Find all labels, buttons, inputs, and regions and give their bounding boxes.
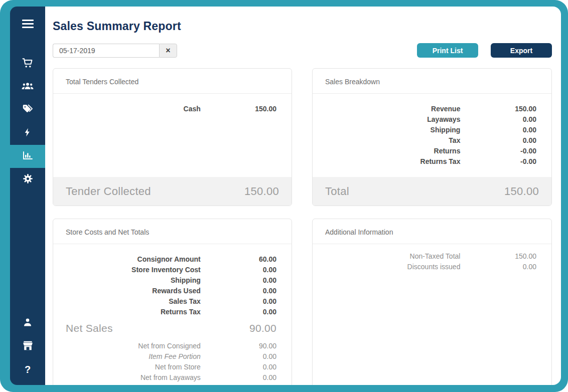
footer-value: 150.00: [244, 185, 279, 198]
person-icon: [22, 316, 34, 330]
net-sales-label: Net Sales: [66, 322, 113, 334]
card-title: Store Costs and Net Totals: [53, 219, 292, 244]
menu-icon: [22, 20, 34, 28]
card-body: Revenue 150.00 Layaways 0.00 Shipping 0.…: [313, 94, 551, 177]
clear-date-button[interactable]: ×: [159, 44, 177, 58]
table-row: Consignor Amount 60.00: [66, 254, 276, 265]
users-icon: [21, 80, 34, 95]
card-title: Sales Breakdown: [313, 69, 551, 94]
table-row: Net from Layaways 0.00: [66, 372, 276, 383]
table-row: Layaways 0.00: [325, 114, 536, 125]
card-store-costs: Store Costs and Net Totals Consignor Amo…: [53, 219, 292, 385]
question-icon: ?: [25, 364, 31, 375]
sidebar-item-sales[interactable]: [10, 53, 45, 76]
footer-label: Tender Collected: [66, 185, 151, 198]
table-row: Tax 0.00: [325, 135, 536, 146]
table-row: Returns Tax -0.00: [325, 156, 536, 167]
table-row: Cash 150.00: [66, 104, 276, 114]
chart-icon: [22, 149, 34, 163]
page-title: Sales Summary Report: [53, 20, 552, 33]
print-list-button[interactable]: Print List: [417, 43, 478, 58]
net-sales-line: Net Sales 90.00: [66, 322, 276, 334]
sidebar-item-inventory[interactable]: [10, 99, 45, 122]
card-title: Total Tenders Collected: [53, 69, 292, 94]
export-button[interactable]: Export: [491, 43, 552, 58]
table-row: Shipping 0.00: [325, 125, 536, 135]
table-row: Sales Tax 0.00: [66, 296, 276, 307]
table-row: Returns -0.00: [325, 146, 536, 156]
table-row: Returns Tax 0.00: [66, 307, 276, 317]
date-input[interactable]: [53, 44, 159, 58]
main-content: Sales Summary Report × Print List Export…: [45, 7, 561, 385]
table-row: Net from Store 0.00: [66, 362, 276, 372]
sidebar: ?: [10, 7, 45, 385]
footer-label: Total: [325, 185, 349, 198]
gear-icon: [22, 173, 34, 186]
table-row: Item Fee Portion 0.00: [66, 351, 276, 362]
sidebar-item-help[interactable]: ?: [10, 358, 45, 381]
table-row: Discounts issued 0.00: [325, 262, 536, 272]
sidebar-item-quick-sale[interactable]: [10, 122, 45, 145]
card-footer: Tender Collected 150.00: [53, 177, 292, 206]
card-title: Additional Information: [313, 219, 551, 244]
net-sales-value: 90.00: [249, 322, 276, 334]
table-row: Shipping 0.00: [66, 275, 276, 286]
cart-icon: [22, 57, 34, 71]
card-body: Cash 150.00: [53, 94, 292, 177]
sidebar-item-account[interactable]: [10, 312, 45, 335]
sidebar-item-store[interactable]: [10, 335, 45, 358]
toolbar: × Print List Export: [53, 43, 552, 58]
footer-value: 150.00: [504, 185, 539, 198]
card-body: Consignor Amount 60.00 Store Inventory C…: [53, 244, 292, 385]
table-row: Net from Consigned 90.00: [66, 341, 276, 351]
table-row: Revenue 150.00: [325, 104, 536, 114]
card-total-tenders: Total Tenders Collected Cash 150.00 Tend…: [53, 68, 292, 206]
sidebar-item-reports[interactable]: [0, 145, 45, 168]
card-sales-breakdown: Sales Breakdown Revenue 150.00 Layaways …: [312, 68, 552, 206]
sidebar-nav-bottom: ?: [10, 312, 45, 381]
menu-button[interactable]: [10, 14, 45, 34]
date-filter-group: ×: [53, 44, 177, 58]
sidebar-nav-top: [10, 53, 45, 191]
card-additional-info: Additional Information Non-Taxed Total 1…: [312, 219, 552, 385]
toolbar-actions: Print List Export: [417, 43, 552, 58]
card-body: Non-Taxed Total 150.00 Discounts issued …: [313, 244, 551, 385]
table-row: Rewards Used 0.00: [66, 286, 276, 296]
app-frame: ? Sales Summary Report × Print List Expo…: [0, 0, 568, 392]
bolt-icon: [23, 127, 33, 139]
close-icon: ×: [166, 47, 170, 55]
store-icon: [22, 339, 34, 354]
tags-icon: [22, 103, 34, 117]
cards-grid: Total Tenders Collected Cash 150.00 Tend…: [53, 68, 552, 385]
sidebar-item-customers[interactable]: [10, 76, 45, 99]
sidebar-spacer: [10, 191, 45, 312]
table-row: Non-Taxed Total 150.00: [325, 251, 536, 262]
card-footer: Total 150.00: [313, 177, 551, 206]
sidebar-item-settings[interactable]: [10, 168, 45, 191]
table-row: Store Inventory Cost 0.00: [66, 265, 276, 275]
